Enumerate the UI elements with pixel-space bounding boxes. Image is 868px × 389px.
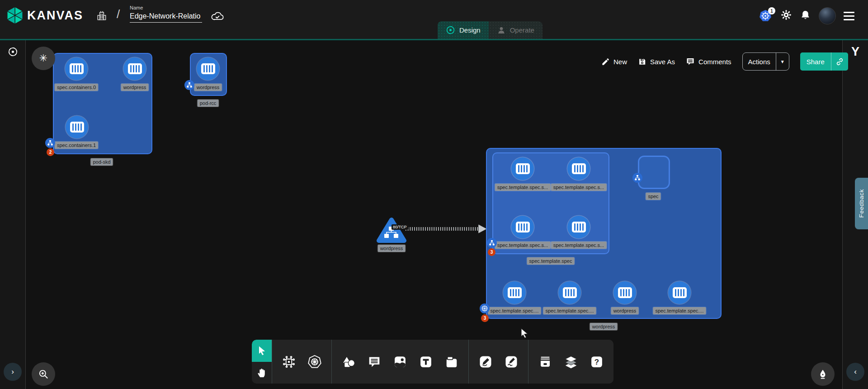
pen-path-icon xyxy=(479,355,492,369)
kanvas-app: KANVAS / Name Edge-Network-Relatio xyxy=(0,0,868,389)
kubernetes-context-button[interactable]: 1 xyxy=(758,9,773,23)
container-node[interactable] xyxy=(558,281,581,304)
text-tool-button[interactable] xyxy=(415,351,436,372)
freestyle-drawing-button[interactable] xyxy=(811,362,835,386)
service-node-wordpress[interactable] xyxy=(376,216,407,246)
group-pod-template-spec[interactable] xyxy=(492,152,609,254)
select-tool-button[interactable] xyxy=(252,340,272,362)
meshery-spinner-icon[interactable] xyxy=(8,47,18,59)
node-label: wordpress xyxy=(194,84,222,91)
container-node[interactable] xyxy=(567,216,590,238)
group-label: pod-skd xyxy=(90,158,113,166)
name-field-value[interactable]: Edge-Network-Relatio xyxy=(130,12,202,23)
error-count-badge[interactable]: 3 xyxy=(481,314,489,322)
container-node-spec-containers-0[interactable] xyxy=(65,57,88,80)
left-rail: › xyxy=(0,40,26,389)
container-node[interactable] xyxy=(511,216,534,238)
operate-person-icon xyxy=(497,26,506,35)
pen-tool-button[interactable] xyxy=(475,351,496,372)
hand-icon xyxy=(256,367,268,378)
mode-tabs: Design Operate xyxy=(438,21,542,39)
cloud-saved-icon xyxy=(210,11,225,22)
container-node[interactable] xyxy=(567,157,590,180)
pointer-tools-column xyxy=(252,340,272,384)
freehand-tool-button[interactable] xyxy=(501,351,522,372)
actions-caret-icon[interactable]: ▼ xyxy=(776,53,789,70)
node-label: spec xyxy=(646,193,660,200)
container-icon xyxy=(563,287,577,298)
container-icon xyxy=(618,287,632,298)
node-label: spec.template.spec.s... xyxy=(495,242,551,249)
kanvas-logo[interactable]: KANVAS xyxy=(6,6,83,25)
container-node-wordpress[interactable] xyxy=(197,57,219,80)
app-header: KANVAS / Name Edge-Network-Relatio xyxy=(0,0,868,39)
freehand-pencil-icon xyxy=(505,355,518,369)
node-label: spec.template.spec.... xyxy=(653,307,706,314)
actions-label[interactable]: Actions xyxy=(743,58,776,66)
share-split-button[interactable]: Share xyxy=(800,52,848,71)
layers-icon xyxy=(564,355,578,369)
zoom-button[interactable] xyxy=(32,362,55,386)
container-node[interactable] xyxy=(511,157,534,180)
container-node-wordpress[interactable] xyxy=(123,57,146,80)
expand-right-panel-button[interactable]: ‹ xyxy=(846,363,864,381)
design-name-field[interactable]: Name Edge-Network-Relatio xyxy=(130,5,202,23)
help-tool-button[interactable]: ? xyxy=(586,351,607,372)
chip-icon xyxy=(282,355,296,369)
share-label[interactable]: Share xyxy=(800,58,831,66)
expand-left-panel-button[interactable]: › xyxy=(4,363,22,381)
comment-tool-button[interactable] xyxy=(364,351,385,372)
kubernetes-tool-button[interactable] xyxy=(304,351,325,372)
hamburger-menu-icon[interactable] xyxy=(844,12,854,20)
pan-tool-button[interactable] xyxy=(252,362,272,384)
user-avatar[interactable] xyxy=(819,7,836,24)
hierarchy-badge[interactable] xyxy=(487,238,497,248)
error-count-badge[interactable]: 3 xyxy=(488,248,495,256)
container-node[interactable] xyxy=(668,281,691,304)
container-icon xyxy=(516,222,530,232)
save-as-button[interactable]: Save As xyxy=(638,57,675,66)
node-label: spec.template.spec.s... xyxy=(551,242,607,249)
container-node-spec-containers-1[interactable] xyxy=(66,116,88,138)
image-tool-button[interactable] xyxy=(390,351,410,372)
container-node[interactable] xyxy=(613,281,636,304)
hierarchy-badge[interactable] xyxy=(632,173,642,183)
kubernetes-wheel-icon xyxy=(307,355,322,369)
notifications-button[interactable] xyxy=(800,9,811,23)
share-link-icon[interactable] xyxy=(831,52,848,71)
spec-node[interactable] xyxy=(638,156,670,189)
comments-button[interactable]: Comments xyxy=(686,57,731,66)
drawer-icon xyxy=(538,355,552,369)
node-label: wordpress xyxy=(378,245,406,252)
toolbar-group-misc: ? xyxy=(528,340,613,384)
text-icon xyxy=(419,355,433,369)
hierarchy-badge[interactable] xyxy=(45,138,55,148)
kubernetes-badge[interactable] xyxy=(480,304,490,313)
component-tool-button[interactable] xyxy=(278,351,299,372)
new-button[interactable]: New xyxy=(601,57,627,66)
mouse-cursor xyxy=(519,327,530,339)
flower-icon: ✳ xyxy=(39,52,47,64)
drawer-tool-button[interactable] xyxy=(535,351,556,372)
organization-icon[interactable] xyxy=(96,10,108,22)
error-count-badge[interactable]: 2 xyxy=(47,148,54,156)
logo-wordmark: KANVAS xyxy=(27,9,83,23)
hierarchy-badge[interactable] xyxy=(184,80,194,90)
y-panel-icon[interactable]: Y xyxy=(851,45,859,59)
pen-nib-icon xyxy=(817,369,828,380)
settings-button[interactable] xyxy=(780,9,792,23)
layers-tool-button[interactable] xyxy=(561,351,581,372)
design-spiral-icon xyxy=(446,25,455,35)
configuration-flower-button[interactable]: ✳ xyxy=(32,47,55,70)
container-node[interactable] xyxy=(503,281,526,304)
shapes-tool-button[interactable] xyxy=(338,351,359,372)
header-right-icons: 1 xyxy=(758,0,854,32)
note-tool-button[interactable] xyxy=(441,351,462,372)
toolbar-group-components xyxy=(272,340,331,384)
tab-operate[interactable]: Operate xyxy=(489,21,542,39)
feedback-tab[interactable]: Feedback xyxy=(855,178,868,229)
actions-split-button[interactable]: Actions ▼ xyxy=(742,52,789,71)
save-as-label: Save As xyxy=(650,58,675,66)
tab-design[interactable]: Design xyxy=(438,21,489,39)
network-edge[interactable] xyxy=(404,223,490,235)
